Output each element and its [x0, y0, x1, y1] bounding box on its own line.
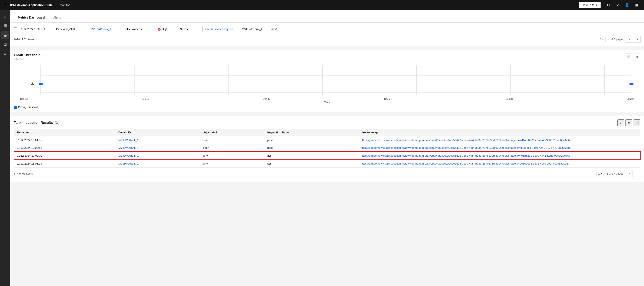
tank-prev-page-button[interactable]: ‹	[626, 170, 633, 177]
tank-table-download-icon[interactable]: ⬇	[618, 119, 624, 126]
tank-page-nav: 1 ▾ 1 of 17 pages ‹ ›	[596, 170, 640, 177]
sidebar-dashboard[interactable]: ▦	[1, 21, 9, 30]
create-service-request-link[interactable]: Create service request	[205, 28, 239, 31]
x-label-dec24: Dec 24	[384, 98, 392, 100]
module-name: Monitor	[60, 4, 70, 7]
tank-pagination-row: 1–4 of 66 items 1 ▾ 1 of 17 pages ‹ ›	[14, 168, 640, 179]
chart-subtitle: Last year	[14, 57, 40, 60]
sidebar: ⌂ ▦ ◎ ⊡ ≡	[0, 10, 10, 182]
cell-device-id[interactable]: MVIEWDTank_1	[116, 152, 200, 160]
tank-items-count: 1–4 of 66 items	[14, 172, 33, 175]
x-label-dec31: Dec 31	[506, 98, 513, 100]
status-chevron-icon: ▾	[187, 28, 188, 31]
page-chevron-icon: ▾	[602, 38, 604, 41]
help-icon[interactable]: ?	[613, 1, 622, 9]
table-row: 01/12/2024 13:03:52MVIEWDTank_1cleanpass…	[14, 144, 640, 152]
alert-items-count: 1–10 of 52 items	[14, 38, 34, 41]
tab-metrics-dashboard[interactable]: Metrics Dashboard	[14, 14, 49, 22]
user-icon[interactable]: 👤	[623, 1, 631, 9]
table-row: 01/12/2024 13:03:39MVIEWDTank_1dirtyfail…	[14, 152, 640, 160]
cell-objectlabel: clean	[200, 144, 265, 152]
hamburger-menu[interactable]: ☰	[4, 3, 7, 8]
chart-icon-group: ⬜ ⧉	[625, 53, 640, 60]
severity-icon: ✕	[158, 28, 160, 31]
x-label-jan07: Jan 07	[627, 98, 634, 100]
alert-device-link[interactable]: MVIEWDTank_1	[91, 28, 118, 31]
alert-page-select[interactable]: 1 ▾	[598, 37, 606, 42]
col-link-to-image: Link to Image	[358, 129, 640, 136]
alert-pagination-row: 1–10 of 52 items 1 ▾ 1 of 6 pages ‹ ›	[14, 34, 640, 44]
cell-inspection-result: fail	[265, 152, 358, 160]
apps-icon[interactable]: ⊞	[632, 1, 640, 9]
cell-timestamp: 01/12/2024 13:03:29	[14, 160, 116, 167]
cell-timestamp: 01/12/2024 13:03:39	[14, 152, 116, 160]
chart-svg: 1	[14, 63, 640, 97]
sidebar-menu[interactable]: ≡	[1, 50, 9, 58]
alert-next-page-button[interactable]: ›	[634, 36, 640, 43]
alert-page-nav: 1 ▾ 1 of 6 pages ‹ ›	[598, 36, 640, 43]
chart-expand-icon[interactable]: ⬜	[625, 53, 632, 60]
cell-device-id[interactable]: MVIEWDTank_1	[116, 160, 200, 167]
cell-link-to-image[interactable]: https://gtmdemo.visualinspection.mviewwd…	[358, 152, 640, 160]
cell-inspection-result: pass	[265, 136, 358, 144]
sidebar-devices[interactable]: ⊡	[1, 40, 9, 49]
tank-table-filter-icon[interactable]: ≡	[626, 119, 632, 126]
tank-table-header: Tank Inspection Results 🔍 ⬇ ≡ ⬜	[14, 119, 640, 126]
chart-section: Clean Threshold Last year ⬜ ⧉	[10, 50, 644, 112]
tank-table-icon-group: ⬇ ≡ ⬜	[618, 119, 640, 126]
cell-objectlabel: dirty	[200, 160, 265, 167]
alert-checkbox[interactable]	[14, 28, 17, 31]
alert-prev-page-button[interactable]: ‹	[626, 36, 633, 43]
cell-device-id[interactable]: MVIEWDTank_1	[116, 136, 200, 144]
app-name: IBM Maximo Application Suite	[10, 4, 52, 7]
alert-section: 01/12/2024 13:03:39 DirtyTank_Alert MVIE…	[10, 23, 644, 46]
legend-label: Clean_Threshold	[18, 106, 38, 109]
top-navigation: ☰ IBM Maximo Application Suite Monitor T…	[0, 0, 644, 10]
svg-point-13	[38, 83, 43, 85]
take-tour-button[interactable]: Take a tour	[579, 2, 600, 8]
cell-link-to-image[interactable]: https://gtmdemo.visualinspection.mviewwd…	[358, 144, 640, 152]
cell-link-to-image[interactable]: https://gtmdemo.visualinspection.mviewwd…	[358, 160, 640, 167]
chart-copy-icon[interactable]: ⧉	[634, 53, 640, 60]
tank-page-chevron-icon: ▾	[600, 172, 602, 175]
chart-legend: Clean_Threshold	[14, 106, 640, 109]
tank-table-expand-icon[interactable]: ⬜	[634, 119, 640, 126]
alert-ref-device: MVIEWDTank_1	[242, 28, 268, 31]
dropdown-chevron-icon: ▾	[141, 28, 142, 31]
alert-name: DirtyTank_Alert	[56, 28, 88, 31]
chart-title-group: Clean Threshold Last year	[14, 53, 40, 60]
col-inspection-result: Inspection Result	[265, 129, 358, 136]
tank-table-search-icon[interactable]: 🔍	[54, 121, 59, 125]
tank-page-select[interactable]: 1 ▾	[596, 171, 604, 176]
cell-link-to-image[interactable]: https://gtmdemo.visualinspection.mviewwd…	[358, 136, 640, 144]
table-row: 01/12/2024 13:03:29MVIEWDTank_1dirtyfail…	[14, 160, 640, 167]
tab-add-button[interactable]: +	[65, 14, 74, 22]
tank-page-info: 1 of 17 pages	[606, 172, 623, 175]
chart-title: Clean Threshold	[14, 53, 40, 57]
cell-device-id[interactable]: MVIEWDTank_1	[116, 144, 200, 152]
sort-icon[interactable]: ↓	[33, 132, 34, 134]
sidebar-home[interactable]: ⌂	[1, 12, 9, 21]
alert-page-info: 1 of 6 pages	[608, 38, 624, 41]
cell-inspection-result: fail	[265, 160, 358, 167]
tank-table-title: Tank Inspection Results	[14, 121, 53, 125]
nav-divider	[56, 3, 56, 8]
tank-next-page-button[interactable]: ›	[634, 170, 640, 177]
legend-color-swatch	[14, 106, 17, 109]
status-button[interactable]: New ▾	[177, 26, 203, 32]
tab-alerts[interactable]: Alerts	[49, 14, 65, 22]
table-body: 01/12/2024 13:04:05MVIEWDTank_1cleanpass…	[14, 136, 640, 167]
x-label-dec03: Dec 03	[20, 98, 28, 100]
cell-objectlabel: dirty	[200, 152, 265, 160]
x-label-dec17: Dec 17	[263, 98, 270, 100]
settings-icon[interactable]: ⚙	[604, 1, 612, 9]
col-device-id: Device ID	[116, 129, 200, 136]
table-head: Timestamp ↓ Device ID objectlabel Inspec…	[14, 129, 640, 136]
cell-timestamp: 01/12/2024 13:03:52	[14, 144, 116, 152]
select-owner-button[interactable]: Select owner ▾	[121, 26, 155, 32]
cell-objectlabel: clean	[200, 136, 265, 144]
sidebar-monitor[interactable]: ◎	[1, 31, 9, 39]
nav-icon-group: ⚙ ? 👤 ⊞	[604, 1, 640, 9]
table-header-row: Timestamp ↓ Device ID objectlabel Inspec…	[14, 129, 640, 136]
svg-text:1: 1	[30, 82, 34, 85]
